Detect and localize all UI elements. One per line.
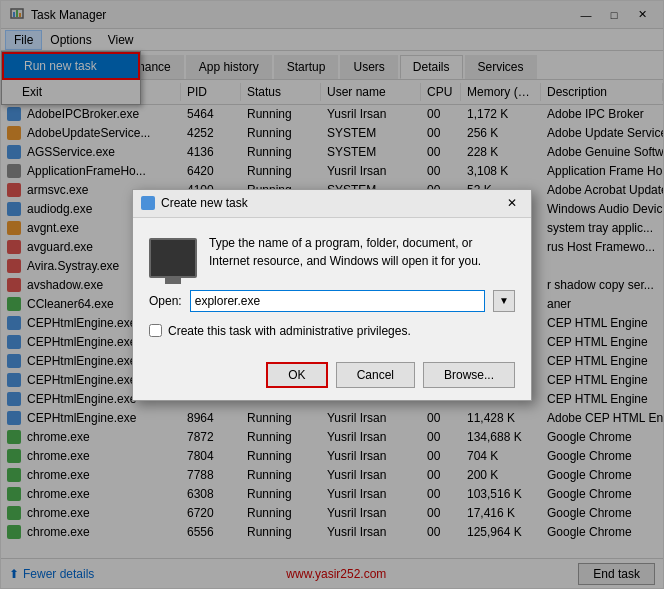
dialog-title-bar: Create new task ✕ bbox=[133, 190, 531, 218]
admin-privileges-checkbox[interactable] bbox=[149, 324, 162, 337]
browse-button[interactable]: Browse... bbox=[423, 362, 515, 388]
dialog-checkbox-row: Create this task with administrative pri… bbox=[149, 324, 515, 338]
open-dropdown-button[interactable]: ▼ bbox=[493, 290, 515, 312]
cancel-button[interactable]: Cancel bbox=[336, 362, 415, 388]
dialog-close-button[interactable]: ✕ bbox=[501, 193, 523, 213]
admin-privileges-label: Create this task with administrative pri… bbox=[168, 324, 411, 338]
open-label: Open: bbox=[149, 294, 182, 308]
dialog-title: Create new task bbox=[161, 196, 501, 210]
monitor-icon bbox=[149, 238, 197, 278]
modal-overlay: Create new task ✕ Type the name of a pro… bbox=[1, 1, 663, 588]
task-manager-window: Task Manager — □ ✕ File Options View Run… bbox=[0, 0, 664, 589]
dialog-icon bbox=[141, 196, 155, 210]
dialog-open-row: Open: ▼ bbox=[149, 290, 515, 312]
dialog-content-row: Type the name of a program, folder, docu… bbox=[149, 234, 515, 278]
dialog-description: Type the name of a program, folder, docu… bbox=[209, 234, 515, 270]
ok-button[interactable]: OK bbox=[266, 362, 327, 388]
create-new-task-dialog: Create new task ✕ Type the name of a pro… bbox=[132, 189, 532, 401]
open-input[interactable] bbox=[190, 290, 485, 312]
dialog-buttons: OK Cancel Browse... bbox=[133, 354, 531, 400]
dialog-body: Type the name of a program, folder, docu… bbox=[133, 218, 531, 354]
